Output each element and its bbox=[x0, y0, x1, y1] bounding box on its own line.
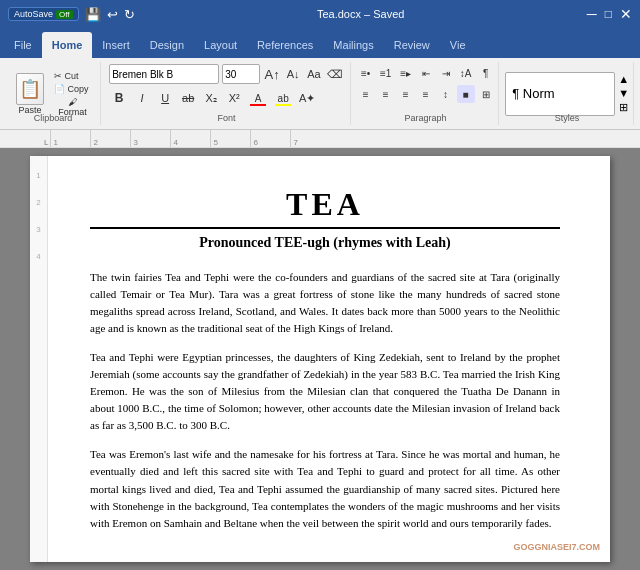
text-effects-button[interactable]: A✦ bbox=[297, 88, 317, 108]
copy-button[interactable]: 📄 Copy bbox=[51, 83, 94, 95]
paragraph-1: The twin fairies Tea and Tephi were the … bbox=[90, 269, 560, 337]
strikethrough-button[interactable]: ab bbox=[178, 88, 198, 108]
title-bar: AutoSave Off 💾 ↩ ↻ Tea.docx – Saved ─ □ … bbox=[0, 0, 640, 28]
font-name-input[interactable] bbox=[109, 64, 219, 84]
save-icon[interactable]: 💾 bbox=[85, 7, 101, 22]
title-bar-left: AutoSave Off 💾 ↩ ↻ bbox=[8, 7, 135, 22]
autosave-label: AutoSave bbox=[14, 9, 53, 19]
italic-button[interactable]: I bbox=[132, 88, 152, 108]
document-subtitle: Pronounced TEE-ugh (rhymes with Leah) bbox=[90, 235, 560, 251]
normal-style-label: ¶ Norm bbox=[512, 86, 554, 101]
decrease-indent-button[interactable]: ⇤ bbox=[417, 64, 435, 82]
bullets-button[interactable]: ≡• bbox=[357, 64, 375, 82]
paragraph-group: ≡• ≡1 ≡▸ ⇤ ⇥ ↕A ¶ ≡ ≡ ≡ ≡ ↕ ■ ⊞ Paragrap… bbox=[353, 62, 499, 125]
grow-font-button[interactable]: A↑ bbox=[263, 64, 281, 84]
increase-indent-button[interactable]: ⇥ bbox=[437, 64, 455, 82]
document-title: TEA bbox=[90, 186, 560, 229]
ribbon: 📋 Paste ✂ Cut 📄 Copy 🖌 Format Clipboard … bbox=[0, 58, 640, 130]
paragraph-2: Tea and Tephi were Egyptian princesses, … bbox=[90, 349, 560, 434]
tab-view[interactable]: Vie bbox=[440, 32, 476, 58]
ribbon-tabs: File Home Insert Design Layout Reference… bbox=[0, 28, 640, 58]
maximize-icon[interactable]: □ bbox=[605, 7, 612, 21]
numbering-button[interactable]: ≡1 bbox=[377, 64, 395, 82]
clipboard-group: 📋 Paste ✂ Cut 📄 Copy 🖌 Format Clipboard bbox=[6, 62, 101, 125]
filename: Tea.docx bbox=[317, 8, 361, 20]
subscript-button[interactable]: X₂ bbox=[201, 88, 221, 108]
font-group: A↑ A↓ Aa ⌫ B I U ab X₂ X² A ab bbox=[103, 62, 351, 125]
tab-references[interactable]: References bbox=[247, 32, 323, 58]
minimize-icon[interactable]: ─ bbox=[587, 6, 597, 22]
paste-icon: 📋 bbox=[16, 73, 44, 105]
title-bar-center: Tea.docx – Saved bbox=[317, 8, 404, 20]
undo-icon[interactable]: ↩ bbox=[107, 7, 118, 22]
tab-insert[interactable]: Insert bbox=[92, 32, 140, 58]
para-row2: ≡ ≡ ≡ ≡ ↕ ■ ⊞ bbox=[357, 85, 495, 103]
align-center-button[interactable]: ≡ bbox=[377, 85, 395, 103]
styles-label: Styles bbox=[555, 113, 580, 123]
font-color-button[interactable]: A bbox=[247, 88, 269, 108]
paragraph-label: Paragraph bbox=[405, 113, 447, 123]
title-bar-right: ─ □ ✕ bbox=[587, 6, 632, 22]
page-left-bar: 1 2 3 4 bbox=[30, 156, 48, 562]
bold-button[interactable]: B bbox=[109, 88, 129, 108]
tab-mailings[interactable]: Mailings bbox=[323, 32, 383, 58]
clipboard-label: Clipboard bbox=[34, 113, 73, 123]
show-formatting-button[interactable]: ¶ bbox=[477, 64, 495, 82]
styles-expand[interactable]: ⊞ bbox=[618, 101, 629, 114]
normal-style-button[interactable]: ¶ Norm bbox=[505, 72, 615, 116]
document-page: 1 2 3 4 TEA Pronounced TEE-ugh (rhymes w… bbox=[30, 156, 610, 562]
saved-indicator: – bbox=[364, 8, 373, 20]
tab-layout[interactable]: Layout bbox=[194, 32, 247, 58]
highlight-color-button[interactable]: ab bbox=[272, 88, 294, 108]
redo-icon[interactable]: ↻ bbox=[124, 7, 135, 22]
styles-scroll-up[interactable]: ▲ bbox=[618, 73, 629, 85]
font-group-label: Font bbox=[218, 113, 236, 123]
para-row1: ≡• ≡1 ≡▸ ⇤ ⇥ ↕A ¶ bbox=[357, 64, 495, 82]
document-area: 1 2 3 4 TEA Pronounced TEE-ugh (rhymes w… bbox=[0, 148, 640, 570]
tab-file[interactable]: File bbox=[4, 32, 42, 58]
paste-button[interactable]: 📋 Paste bbox=[12, 71, 48, 117]
ruler: L 1 2 3 4 5 6 7 bbox=[0, 130, 640, 148]
font-row2: B I U ab X₂ X² A ab A✦ bbox=[109, 88, 344, 108]
tab-design[interactable]: Design bbox=[140, 32, 194, 58]
justify-button[interactable]: ≡ bbox=[417, 85, 435, 103]
saved-label: Saved bbox=[373, 8, 404, 20]
clear-format-button[interactable]: ⌫ bbox=[326, 64, 344, 84]
close-icon[interactable]: ✕ bbox=[620, 6, 632, 22]
shrink-font-button[interactable]: A↓ bbox=[284, 64, 302, 84]
font-size-input[interactable] bbox=[222, 64, 260, 84]
styles-scroll-down[interactable]: ▼ bbox=[618, 87, 629, 99]
line-spacing-button[interactable]: ↕ bbox=[437, 85, 455, 103]
highlight-color-indicator bbox=[275, 104, 291, 106]
autosave-badge[interactable]: AutoSave Off bbox=[8, 7, 79, 21]
align-right-button[interactable]: ≡ bbox=[397, 85, 415, 103]
shading-button[interactable]: ■ bbox=[457, 85, 475, 103]
watermark: GOGGNIASEI7.COM bbox=[513, 542, 600, 552]
font-color-indicator bbox=[250, 104, 266, 106]
styles-group: ¶ Norm ▲ ▼ ⊞ Styles bbox=[501, 62, 634, 125]
autosave-state[interactable]: Off bbox=[56, 10, 73, 19]
tab-home[interactable]: Home bbox=[42, 32, 93, 58]
cut-button[interactable]: ✂ Cut bbox=[51, 70, 94, 82]
change-case-button[interactable]: Aa bbox=[305, 64, 323, 84]
clipboard-small-btns: ✂ Cut 📄 Copy 🖌 Format bbox=[51, 70, 94, 118]
tab-review[interactable]: Review bbox=[384, 32, 440, 58]
paragraph-3: Tea was Eremon's last wife and the names… bbox=[90, 446, 560, 531]
align-left-button[interactable]: ≡ bbox=[357, 85, 375, 103]
sort-button[interactable]: ↕A bbox=[457, 64, 475, 82]
multilevel-button[interactable]: ≡▸ bbox=[397, 64, 415, 82]
underline-button[interactable]: U bbox=[155, 88, 175, 108]
superscript-button[interactable]: X² bbox=[224, 88, 244, 108]
font-row1: A↑ A↓ Aa ⌫ bbox=[109, 64, 344, 84]
borders-button[interactable]: ⊞ bbox=[477, 85, 495, 103]
